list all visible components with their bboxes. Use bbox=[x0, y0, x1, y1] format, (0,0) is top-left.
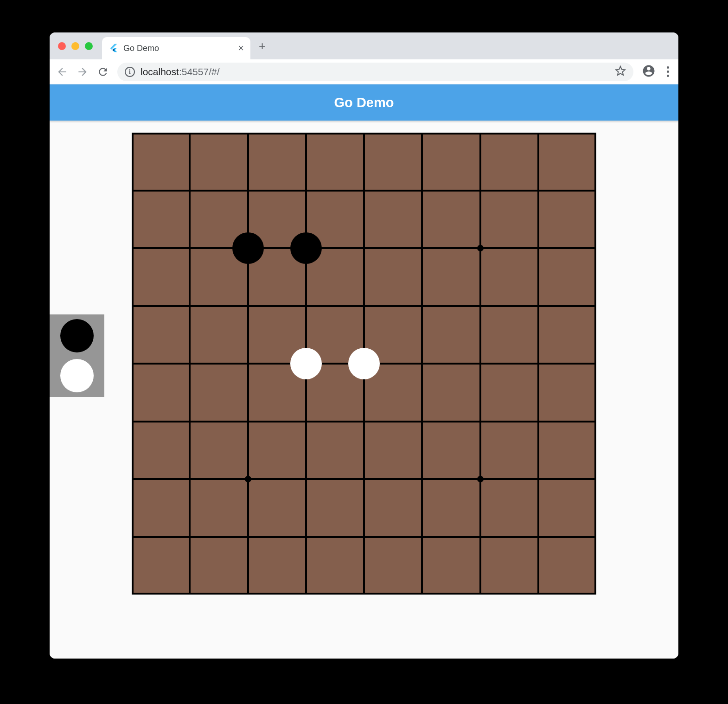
star-point bbox=[477, 476, 484, 482]
maximize-window-button[interactable] bbox=[85, 42, 93, 50]
url-text: localhost:54557/#/ bbox=[140, 66, 219, 77]
star-point bbox=[245, 476, 251, 482]
reload-button[interactable] bbox=[97, 66, 109, 78]
bookmark-icon[interactable] bbox=[615, 65, 626, 78]
white-stone[interactable] bbox=[290, 348, 322, 379]
app-body bbox=[50, 121, 678, 659]
browser-tab[interactable]: Go Demo × bbox=[102, 37, 250, 59]
app-title: Go Demo bbox=[334, 95, 394, 110]
minimize-window-button[interactable] bbox=[71, 42, 79, 50]
new-tab-button[interactable]: + bbox=[259, 39, 266, 53]
app-content: Go Demo bbox=[50, 84, 678, 659]
browser-window: Go Demo × + i localhost:54557/#/ bbox=[50, 32, 678, 659]
browser-toolbar: i localhost:54557/#/ bbox=[50, 59, 678, 84]
go-board[interactable] bbox=[132, 133, 596, 595]
close-window-button[interactable] bbox=[58, 42, 66, 50]
tab-title: Go Demo bbox=[123, 44, 233, 53]
forward-button[interactable] bbox=[77, 66, 89, 78]
palette-white-stone[interactable] bbox=[60, 359, 94, 392]
back-button[interactable] bbox=[56, 66, 68, 78]
grid-line-vertical bbox=[189, 133, 191, 595]
close-tab-icon[interactable]: × bbox=[238, 42, 244, 54]
app-bar: Go Demo bbox=[50, 84, 678, 121]
palette-black-stone[interactable] bbox=[60, 319, 94, 352]
grid-line-vertical bbox=[537, 133, 539, 595]
black-stone[interactable] bbox=[232, 232, 264, 264]
browser-titlebar: Go Demo × + bbox=[50, 32, 678, 59]
stone-palette bbox=[50, 314, 104, 397]
black-stone[interactable] bbox=[290, 232, 322, 264]
menu-icon[interactable] bbox=[664, 66, 672, 77]
address-bar[interactable]: i localhost:54557/#/ bbox=[117, 63, 633, 81]
grid-line-vertical bbox=[247, 133, 249, 595]
white-stone[interactable] bbox=[348, 348, 380, 379]
flutter-icon bbox=[109, 43, 119, 53]
grid-line-vertical bbox=[421, 133, 423, 595]
profile-icon[interactable] bbox=[642, 64, 656, 80]
grid-line-vertical bbox=[479, 133, 481, 595]
window-controls bbox=[58, 42, 93, 50]
grid-line-vertical bbox=[594, 133, 596, 595]
grid-line-vertical bbox=[132, 133, 134, 595]
star-point bbox=[477, 245, 484, 251]
site-info-icon[interactable]: i bbox=[125, 67, 135, 77]
